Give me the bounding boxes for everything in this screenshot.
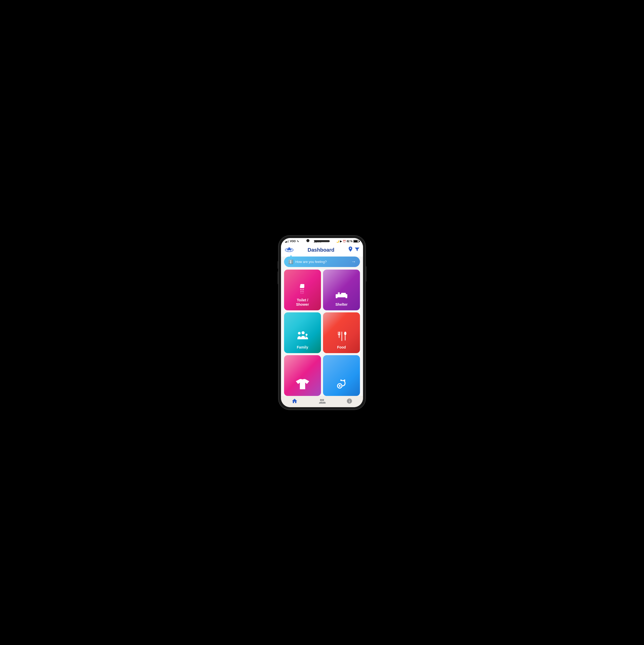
svg-point-31 [320, 399, 322, 401]
carrier-label: VOO [290, 240, 296, 243]
svg-point-9 [300, 292, 301, 293]
tile-grid: Toilet /Shower Shelter [281, 269, 363, 396]
phone-frame: VOO ∿ 11:05 🌙 ▶ ⏰ 82 % [279, 235, 365, 410]
svg-point-10 [302, 293, 303, 294]
status-time: 11:05 [314, 240, 321, 243]
svg-rect-21 [338, 332, 338, 334]
tile-family-label: Family [297, 345, 308, 350]
svg-point-17 [298, 332, 301, 335]
mood-banner[interactable]: ℹ️ How are you feeling? → [284, 256, 360, 267]
svg-rect-2 [303, 284, 304, 287]
svg-point-16 [338, 292, 340, 294]
tile-food-label: Food [337, 345, 346, 350]
phone-screen: VOO ∿ 11:05 🌙 ▶ ⏰ 82 % [281, 238, 363, 407]
mood-banner-text: How are you feeling? [295, 260, 327, 264]
battery-fill [354, 240, 358, 242]
svg-rect-24 [341, 332, 342, 341]
svg-point-11 [303, 292, 304, 293]
nav-community[interactable] [318, 398, 326, 404]
nav-home[interactable] [292, 398, 298, 404]
info-nav-icon [346, 398, 352, 404]
shower-icon [296, 283, 309, 296]
app-header: Dashboard [281, 244, 363, 256]
tile-family[interactable]: Family [284, 312, 321, 353]
mood-alert-icon: ℹ️ [288, 259, 293, 264]
food-icon [335, 330, 348, 344]
svg-point-32 [322, 399, 324, 401]
tile-clothing[interactable] [284, 355, 321, 396]
svg-point-25 [344, 332, 346, 335]
status-bar: VOO ∿ 11:05 🌙 ▶ ⏰ 82 % [281, 238, 363, 244]
svg-rect-23 [338, 334, 340, 335]
mood-arrow-icon: → [351, 259, 356, 264]
tshirt-icon [296, 378, 309, 391]
svg-point-29 [344, 379, 345, 381]
svg-point-8 [303, 290, 304, 291]
svg-point-6 [300, 290, 301, 291]
stethoscope-icon [335, 378, 348, 391]
svg-rect-15 [341, 293, 346, 295]
svg-point-28 [340, 379, 342, 381]
status-left: VOO ∿ [285, 240, 299, 243]
battery-label: 82 % [347, 240, 352, 243]
svg-point-5 [303, 289, 304, 289]
battery-indicator [353, 240, 359, 243]
tile-toilet-shower[interactable]: Toilet /Shower [284, 269, 321, 310]
location-status-icon: ▶ [340, 240, 342, 243]
svg-point-18 [302, 331, 305, 334]
bed-icon [335, 287, 348, 301]
mood-banner-left: ℹ️ How are you feeling? [288, 259, 327, 264]
tile-food[interactable]: Food [323, 312, 360, 353]
svg-point-4 [302, 289, 303, 290]
tile-shelter[interactable]: Shelter [323, 269, 360, 310]
status-right: 🌙 ▶ ⏰ 82 % [336, 240, 359, 243]
svg-rect-13 [336, 294, 337, 298]
svg-rect-26 [345, 335, 346, 341]
community-nav-icon [318, 398, 326, 404]
app-logo[interactable] [285, 246, 294, 254]
battery-body [353, 240, 359, 243]
tile-medical[interactable] [323, 355, 360, 396]
svg-point-3 [300, 289, 301, 289]
header-icons [348, 246, 359, 253]
wifi-icon: ∿ [297, 240, 299, 243]
moon-icon: 🌙 [336, 240, 339, 243]
svg-rect-14 [346, 294, 347, 298]
svg-point-1 [288, 247, 290, 249]
page-title: Dashboard [308, 247, 334, 253]
location-icon[interactable] [348, 246, 353, 253]
filter-icon[interactable] [355, 247, 359, 253]
tile-shelter-label: Shelter [335, 302, 347, 307]
svg-point-7 [302, 291, 303, 292]
bottom-nav [281, 396, 363, 407]
nav-info[interactable] [346, 398, 352, 404]
svg-point-30 [339, 385, 341, 387]
tile-toilet-shower-label: Toilet /Shower [296, 298, 309, 307]
signal-bars [285, 240, 289, 243]
svg-point-19 [306, 334, 307, 336]
svg-rect-22 [340, 332, 340, 334]
alarm-icon: ⏰ [343, 240, 346, 243]
home-nav-icon [292, 398, 298, 404]
family-icon [296, 330, 309, 344]
